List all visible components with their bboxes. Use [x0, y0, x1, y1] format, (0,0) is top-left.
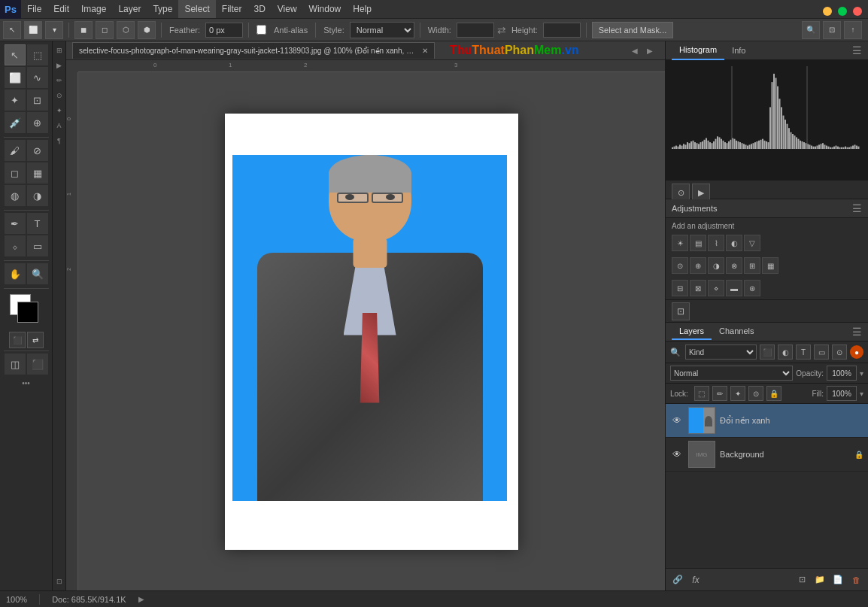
geom-btn-3[interactable]: ⬡: [117, 21, 135, 39]
view-btn[interactable]: ⊡: [823, 21, 841, 39]
tab-close-btn[interactable]: ✕: [422, 47, 428, 55]
text-tool[interactable]: T: [27, 213, 48, 234]
filter-active-indicator[interactable]: ●: [850, 345, 863, 359]
shape-tool[interactable]: ▭: [27, 235, 48, 256]
menu-filter[interactable]: Filter: [216, 0, 248, 18]
strip-icon-8[interactable]: ⊡: [53, 574, 65, 589]
filter-pixel-btn[interactable]: ⬛: [760, 344, 775, 360]
fx-btn[interactable]: fx: [688, 572, 703, 587]
filter-adj-btn[interactable]: ◐: [778, 344, 793, 360]
adj-channel-mixer[interactable]: ⊞: [744, 257, 760, 274]
adj-threshold[interactable]: ⋄: [708, 280, 724, 296]
magic-wand-tool[interactable]: ✦: [5, 90, 26, 111]
feather-input[interactable]: [205, 23, 243, 38]
menu-image[interactable]: Image: [75, 0, 112, 18]
adj-invert[interactable]: ⊟: [672, 280, 688, 296]
adj-photo-filter[interactable]: ⊗: [726, 257, 742, 274]
layers-menu-btn[interactable]: ☰: [852, 326, 862, 338]
menu-help[interactable]: Help: [347, 0, 378, 18]
brush-tool[interactable]: 🖌: [5, 140, 26, 161]
adj-black-white[interactable]: ◑: [708, 257, 724, 274]
adj-selective-color[interactable]: ⊛: [744, 280, 760, 296]
tab-histogram[interactable]: Histogram: [672, 41, 724, 60]
artboard-tool[interactable]: ⬚: [27, 44, 48, 65]
pen-tool[interactable]: ✒: [5, 213, 26, 234]
tab-arrow-left[interactable]: ◀: [629, 47, 641, 55]
3d-btn[interactable]: ⊡: [672, 302, 690, 320]
lock-transparent-btn[interactable]: ⬚: [694, 386, 709, 401]
fill-dropdown-btn[interactable]: ▾: [860, 390, 863, 398]
menu-3d[interactable]: 3D: [247, 0, 271, 18]
status-arrow-btn[interactable]: ▶: [138, 595, 144, 603]
blur-tool[interactable]: ◍: [5, 185, 26, 206]
style-select[interactable]: Normal Fixed Ratio Fixed Size: [350, 22, 414, 38]
eraser-tool[interactable]: ◻: [5, 162, 26, 184]
path-select-tool[interactable]: ⬦: [5, 235, 26, 256]
adj-vibrance[interactable]: ▽: [744, 235, 760, 251]
rect-select-btn[interactable]: ⬜: [24, 21, 42, 39]
filter-type-btn[interactable]: T: [796, 344, 811, 360]
adj-gradient-map[interactable]: ▬: [726, 280, 742, 296]
move-tool-btn[interactable]: ↖: [3, 21, 21, 39]
menu-select[interactable]: Select: [178, 0, 215, 18]
adj-color-lookup[interactable]: ▦: [762, 257, 778, 274]
layer-visibility-1[interactable]: 👁: [670, 414, 684, 427]
search-btn[interactable]: 🔍: [802, 21, 820, 39]
delete-layer-btn[interactable]: 🗑: [848, 572, 863, 587]
filter-smart-btn[interactable]: ⊙: [832, 344, 847, 360]
select-dropdown-btn[interactable]: ▾: [45, 21, 63, 39]
new-group-btn[interactable]: 📁: [812, 572, 827, 587]
heal-tool[interactable]: ⊕: [27, 112, 48, 133]
lock-all-btn[interactable]: 🔒: [766, 386, 782, 401]
swap-wh-btn[interactable]: ⇄: [497, 24, 506, 36]
add-mask-btn[interactable]: ⊡: [794, 572, 809, 587]
lock-artboard-btn[interactable]: ⊙: [748, 386, 763, 401]
frame-mode-btn[interactable]: ⬛: [27, 354, 48, 375]
adj-brightness[interactable]: ☀: [672, 235, 688, 251]
strip-icon-1[interactable]: ⊞: [53, 43, 65, 58]
menu-layer[interactable]: Layer: [112, 0, 147, 18]
layer-visibility-2[interactable]: 👁: [670, 448, 684, 461]
tab-info[interactable]: Info: [724, 41, 753, 60]
document-tab[interactable]: selective-focus-photograph-of-man-wearin…: [72, 42, 435, 59]
extra-tools-btn[interactable]: •••: [22, 379, 30, 387]
maximize-btn[interactable]: [838, 7, 847, 16]
move-tool[interactable]: ↖: [5, 44, 26, 65]
filter-shape-btn[interactable]: ▭: [814, 344, 829, 360]
adj-hsl[interactable]: ⊙: [672, 257, 688, 274]
lock-image-btn[interactable]: ✏: [712, 386, 727, 401]
strip-icon-3[interactable]: ✏: [53, 73, 65, 88]
adj-color-balance[interactable]: ⊕: [690, 257, 706, 274]
adj-levels[interactable]: ▤: [690, 235, 706, 251]
lasso-tool[interactable]: ∿: [27, 67, 48, 88]
menu-edit[interactable]: Edit: [47, 0, 75, 18]
menu-type[interactable]: Type: [147, 0, 178, 18]
adj-exposure[interactable]: ◐: [726, 235, 742, 251]
marquee-tool[interactable]: ⬜: [5, 67, 26, 88]
crop-tool[interactable]: ⊡: [27, 90, 48, 111]
lock-position-btn[interactable]: ✦: [730, 386, 745, 401]
strip-icon-6[interactable]: A: [53, 118, 65, 133]
opacity-dropdown-btn[interactable]: ▾: [860, 369, 863, 378]
menu-file[interactable]: File: [21, 0, 47, 18]
opacity-input[interactable]: [827, 366, 857, 381]
adjustments-menu-btn[interactable]: ☰: [852, 202, 862, 214]
eyedropper-tool[interactable]: 💉: [5, 112, 26, 133]
strip-icon-2[interactable]: ▶: [53, 58, 65, 73]
blend-mode-select[interactable]: Normal: [670, 366, 793, 381]
adj-posterize[interactable]: ⊠: [690, 280, 706, 296]
default-colors-btn[interactable]: ⬛: [9, 332, 26, 348]
strip-icon-5[interactable]: ✦: [53, 103, 65, 118]
hand-tool[interactable]: ✋: [5, 263, 26, 284]
width-input[interactable]: [457, 23, 494, 38]
select-mask-btn[interactable]: Select and Mask...: [592, 22, 674, 38]
geom-btn-4[interactable]: ⬢: [138, 21, 156, 39]
minimize-btn[interactable]: [823, 7, 832, 16]
link-layers-btn[interactable]: 🔗: [670, 572, 685, 587]
clone-tool[interactable]: ⊘: [27, 140, 48, 161]
height-input[interactable]: [543, 23, 581, 38]
menu-window[interactable]: Window: [303, 0, 348, 18]
kind-select[interactable]: Kind: [685, 344, 757, 360]
zoom-tool[interactable]: 🔍: [27, 263, 48, 284]
layer-item-1[interactable]: 👁 Đổi nền xanh: [666, 404, 868, 438]
